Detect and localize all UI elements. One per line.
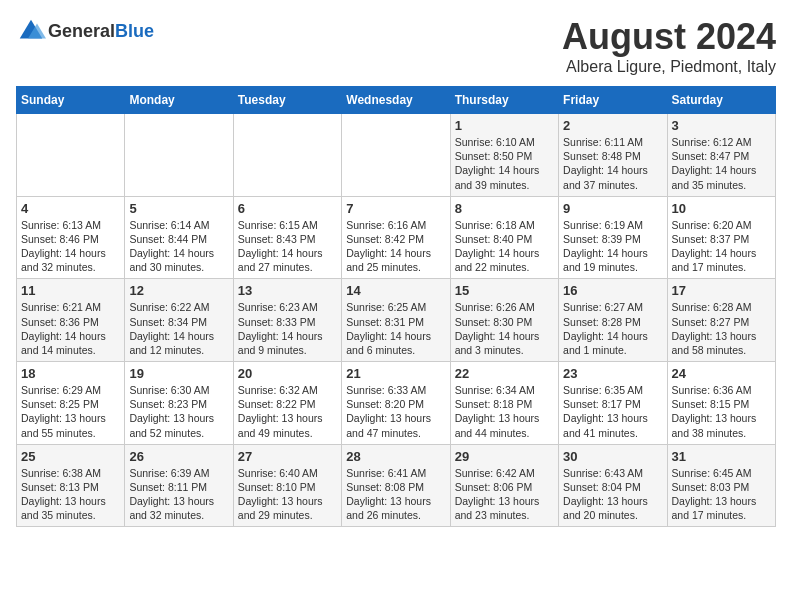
calendar-cell [233,114,341,197]
calendar-cell: 11Sunrise: 6:21 AMSunset: 8:36 PMDayligh… [17,279,125,362]
logo-icon [16,16,46,46]
day-info: Sunrise: 6:32 AMSunset: 8:22 PMDaylight:… [238,383,337,440]
calendar-week-3: 18Sunrise: 6:29 AMSunset: 8:25 PMDayligh… [17,362,776,445]
day-number: 23 [563,366,662,381]
calendar-cell: 10Sunrise: 6:20 AMSunset: 8:37 PMDayligh… [667,196,775,279]
day-info: Sunrise: 6:12 AMSunset: 8:47 PMDaylight:… [672,135,771,192]
calendar-cell: 20Sunrise: 6:32 AMSunset: 8:22 PMDayligh… [233,362,341,445]
day-number: 15 [455,283,554,298]
day-number: 17 [672,283,771,298]
calendar-table: Sunday Monday Tuesday Wednesday Thursday… [16,86,776,527]
day-info: Sunrise: 6:14 AMSunset: 8:44 PMDaylight:… [129,218,228,275]
calendar-cell: 13Sunrise: 6:23 AMSunset: 8:33 PMDayligh… [233,279,341,362]
calendar-cell: 2Sunrise: 6:11 AMSunset: 8:48 PMDaylight… [559,114,667,197]
main-title: August 2024 [562,16,776,58]
day-number: 5 [129,201,228,216]
day-number: 27 [238,449,337,464]
calendar-cell: 29Sunrise: 6:42 AMSunset: 8:06 PMDayligh… [450,444,558,527]
header-wednesday: Wednesday [342,87,450,114]
calendar-week-0: 1Sunrise: 6:10 AMSunset: 8:50 PMDaylight… [17,114,776,197]
day-info: Sunrise: 6:33 AMSunset: 8:20 PMDaylight:… [346,383,445,440]
subtitle: Albera Ligure, Piedmont, Italy [562,58,776,76]
day-info: Sunrise: 6:27 AMSunset: 8:28 PMDaylight:… [563,300,662,357]
calendar-body: 1Sunrise: 6:10 AMSunset: 8:50 PMDaylight… [17,114,776,527]
day-number: 19 [129,366,228,381]
calendar-cell: 1Sunrise: 6:10 AMSunset: 8:50 PMDaylight… [450,114,558,197]
day-number: 21 [346,366,445,381]
calendar-cell: 30Sunrise: 6:43 AMSunset: 8:04 PMDayligh… [559,444,667,527]
day-number: 25 [21,449,120,464]
day-info: Sunrise: 6:34 AMSunset: 8:18 PMDaylight:… [455,383,554,440]
day-info: Sunrise: 6:41 AMSunset: 8:08 PMDaylight:… [346,466,445,523]
day-number: 8 [455,201,554,216]
day-number: 24 [672,366,771,381]
day-number: 10 [672,201,771,216]
calendar-cell [17,114,125,197]
day-info: Sunrise: 6:23 AMSunset: 8:33 PMDaylight:… [238,300,337,357]
days-of-week-row: Sunday Monday Tuesday Wednesday Thursday… [17,87,776,114]
day-info: Sunrise: 6:45 AMSunset: 8:03 PMDaylight:… [672,466,771,523]
calendar-cell [342,114,450,197]
day-number: 14 [346,283,445,298]
day-info: Sunrise: 6:42 AMSunset: 8:06 PMDaylight:… [455,466,554,523]
calendar-cell: 27Sunrise: 6:40 AMSunset: 8:10 PMDayligh… [233,444,341,527]
day-info: Sunrise: 6:39 AMSunset: 8:11 PMDaylight:… [129,466,228,523]
calendar-cell: 28Sunrise: 6:41 AMSunset: 8:08 PMDayligh… [342,444,450,527]
day-number: 28 [346,449,445,464]
calendar-cell: 12Sunrise: 6:22 AMSunset: 8:34 PMDayligh… [125,279,233,362]
calendar-cell: 14Sunrise: 6:25 AMSunset: 8:31 PMDayligh… [342,279,450,362]
calendar-cell: 3Sunrise: 6:12 AMSunset: 8:47 PMDaylight… [667,114,775,197]
calendar-cell: 22Sunrise: 6:34 AMSunset: 8:18 PMDayligh… [450,362,558,445]
day-number: 31 [672,449,771,464]
calendar-cell: 8Sunrise: 6:18 AMSunset: 8:40 PMDaylight… [450,196,558,279]
day-number: 9 [563,201,662,216]
day-info: Sunrise: 6:13 AMSunset: 8:46 PMDaylight:… [21,218,120,275]
calendar-cell: 6Sunrise: 6:15 AMSunset: 8:43 PMDaylight… [233,196,341,279]
header-saturday: Saturday [667,87,775,114]
day-number: 16 [563,283,662,298]
day-info: Sunrise: 6:21 AMSunset: 8:36 PMDaylight:… [21,300,120,357]
logo-text: GeneralBlue [48,21,154,42]
day-number: 4 [21,201,120,216]
calendar-cell: 5Sunrise: 6:14 AMSunset: 8:44 PMDaylight… [125,196,233,279]
day-info: Sunrise: 6:25 AMSunset: 8:31 PMDaylight:… [346,300,445,357]
day-info: Sunrise: 6:38 AMSunset: 8:13 PMDaylight:… [21,466,120,523]
logo: GeneralBlue [16,16,154,46]
header-tuesday: Tuesday [233,87,341,114]
day-info: Sunrise: 6:35 AMSunset: 8:17 PMDaylight:… [563,383,662,440]
calendar-cell: 24Sunrise: 6:36 AMSunset: 8:15 PMDayligh… [667,362,775,445]
calendar-cell: 15Sunrise: 6:26 AMSunset: 8:30 PMDayligh… [450,279,558,362]
day-info: Sunrise: 6:29 AMSunset: 8:25 PMDaylight:… [21,383,120,440]
day-info: Sunrise: 6:15 AMSunset: 8:43 PMDaylight:… [238,218,337,275]
calendar-cell: 16Sunrise: 6:27 AMSunset: 8:28 PMDayligh… [559,279,667,362]
calendar-cell: 26Sunrise: 6:39 AMSunset: 8:11 PMDayligh… [125,444,233,527]
calendar-cell: 19Sunrise: 6:30 AMSunset: 8:23 PMDayligh… [125,362,233,445]
day-info: Sunrise: 6:43 AMSunset: 8:04 PMDaylight:… [563,466,662,523]
day-number: 2 [563,118,662,133]
day-info: Sunrise: 6:22 AMSunset: 8:34 PMDaylight:… [129,300,228,357]
calendar-header: Sunday Monday Tuesday Wednesday Thursday… [17,87,776,114]
calendar-cell: 9Sunrise: 6:19 AMSunset: 8:39 PMDaylight… [559,196,667,279]
calendar-week-1: 4Sunrise: 6:13 AMSunset: 8:46 PMDaylight… [17,196,776,279]
calendar-cell: 23Sunrise: 6:35 AMSunset: 8:17 PMDayligh… [559,362,667,445]
calendar-week-2: 11Sunrise: 6:21 AMSunset: 8:36 PMDayligh… [17,279,776,362]
calendar-cell: 31Sunrise: 6:45 AMSunset: 8:03 PMDayligh… [667,444,775,527]
calendar-cell: 7Sunrise: 6:16 AMSunset: 8:42 PMDaylight… [342,196,450,279]
day-number: 30 [563,449,662,464]
day-number: 11 [21,283,120,298]
calendar-week-4: 25Sunrise: 6:38 AMSunset: 8:13 PMDayligh… [17,444,776,527]
day-number: 12 [129,283,228,298]
day-number: 22 [455,366,554,381]
day-info: Sunrise: 6:16 AMSunset: 8:42 PMDaylight:… [346,218,445,275]
day-info: Sunrise: 6:11 AMSunset: 8:48 PMDaylight:… [563,135,662,192]
day-number: 3 [672,118,771,133]
calendar-cell [125,114,233,197]
logo-blue: Blue [115,21,154,41]
calendar-cell: 25Sunrise: 6:38 AMSunset: 8:13 PMDayligh… [17,444,125,527]
day-info: Sunrise: 6:19 AMSunset: 8:39 PMDaylight:… [563,218,662,275]
day-number: 7 [346,201,445,216]
header-friday: Friday [559,87,667,114]
day-number: 6 [238,201,337,216]
header-sunday: Sunday [17,87,125,114]
day-info: Sunrise: 6:30 AMSunset: 8:23 PMDaylight:… [129,383,228,440]
